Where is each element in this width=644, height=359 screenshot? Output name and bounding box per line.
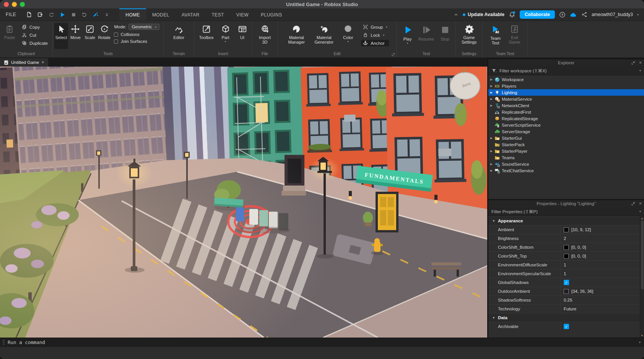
property-value[interactable]: 1 xyxy=(561,261,640,269)
properties-scrollbar[interactable]: ▲ ▼ xyxy=(640,216,644,338)
scroll-up-icon[interactable]: ▲ xyxy=(641,217,644,220)
chevron-down-icon[interactable]: ▾ xyxy=(639,69,641,72)
expand-arrow-icon[interactable]: ▶ xyxy=(488,163,494,166)
expand-arrow-icon[interactable]: ▶ xyxy=(488,85,494,88)
username[interactable]: ameowth07_buddy3 xyxy=(592,12,633,17)
color-swatch[interactable] xyxy=(564,289,569,294)
select-tool-button[interactable]: Select xyxy=(54,23,68,49)
command-bar-input[interactable]: Run a command xyxy=(8,339,45,345)
notifications-bell-icon[interactable] xyxy=(509,11,516,18)
open-icon[interactable] xyxy=(36,10,44,19)
explorer-tree-item[interactable]: ▶ ServerStorage xyxy=(488,128,644,135)
redo-icon[interactable] xyxy=(47,10,55,19)
plugin-icon[interactable] xyxy=(91,10,100,19)
explorer-tree-item[interactable]: ▶ TextChatService xyxy=(488,167,644,174)
scrollbar-thumb[interactable] xyxy=(641,220,644,289)
expand-arrow-icon[interactable]: ▶ xyxy=(488,137,494,140)
collaborate-button[interactable]: Collaborate xyxy=(520,10,555,19)
undo-icon[interactable] xyxy=(80,10,89,19)
explorer-tree-item[interactable]: ▶ Players xyxy=(488,83,644,89)
exit-game-button[interactable]: Exit Game xyxy=(506,23,524,44)
viewport-3d[interactable]: Bank Y Z xyxy=(0,67,487,338)
color-button[interactable]: Color▾ xyxy=(339,23,357,43)
help-icon[interactable] xyxy=(559,11,566,18)
paste-button[interactable]: Paste xyxy=(2,23,18,40)
close-window-button[interactable] xyxy=(4,2,9,7)
property-section-header[interactable]: ▼ Appearance xyxy=(488,216,640,225)
color-swatch[interactable] xyxy=(564,227,569,232)
property-value[interactable]: 0.25 xyxy=(561,296,640,304)
properties-filter-input[interactable]: Filter Properties (⇧⌘P) ▾ xyxy=(488,207,644,216)
tab-plugins[interactable]: PLUGINS xyxy=(255,8,288,21)
tab-avatar[interactable]: AVATAR xyxy=(176,8,206,21)
explorer-tree-item[interactable]: ▶ SoundService xyxy=(488,161,644,167)
update-available-badge[interactable]: Update Available xyxy=(463,12,504,17)
chevron-down-icon[interactable]: ▾ xyxy=(639,341,644,344)
material-generator-button[interactable]: Material Generator xyxy=(311,23,337,44)
expand-arrow-icon[interactable]: ▶ xyxy=(488,169,494,172)
property-value[interactable]: [34, 26, 36] xyxy=(561,287,640,295)
anchor-button[interactable]: Anchor xyxy=(361,40,389,46)
explorer-tree-item[interactable]: ▶ StarterPlayer xyxy=(488,148,644,154)
explorer-tree-item[interactable]: ▶ Workspace xyxy=(488,76,644,83)
stop-button[interactable]: Stop xyxy=(436,23,454,41)
account-dropdown-icon[interactable]: ▾ xyxy=(637,13,639,16)
checkbox[interactable]: ✓ xyxy=(564,280,569,285)
import-3d-button[interactable]: Import 3D xyxy=(256,23,274,44)
lock-button[interactable]: Lock▾ xyxy=(361,32,389,38)
property-section-header[interactable]: ▼ Data xyxy=(488,313,640,322)
property-value[interactable]: [10, 9, 12] xyxy=(561,225,640,234)
collisions-checkbox[interactable]: Collisions xyxy=(114,32,159,37)
scale-tool-button[interactable]: Scale xyxy=(83,23,97,40)
close-tab-icon[interactable]: × xyxy=(42,60,44,65)
play-icon[interactable] xyxy=(58,10,67,19)
property-value[interactable]: ✓ xyxy=(561,278,640,287)
dialog-launcher-icon[interactable] xyxy=(392,53,395,56)
join-surfaces-checkbox[interactable]: Join Surfaces xyxy=(114,39,159,44)
property-value[interactable]: 1 xyxy=(561,269,640,278)
ui-button[interactable]: UI xyxy=(236,23,249,40)
stop-icon[interactable] xyxy=(69,10,78,19)
explorer-tree-item[interactable]: ▶ NetworkClient xyxy=(488,102,644,109)
share-icon[interactable] xyxy=(581,11,587,18)
terrain-editor-button[interactable]: Editor xyxy=(170,23,188,40)
play-button[interactable]: Play▾ xyxy=(398,23,416,45)
scroll-down-icon[interactable]: ▼ xyxy=(641,334,644,337)
copy-button[interactable]: Copy xyxy=(20,24,49,30)
explorer-tree-item[interactable]: ▶ ReplicatedStorage xyxy=(488,115,644,122)
game-settings-button[interactable]: Game Settings xyxy=(460,23,478,44)
property-value[interactable]: [0, 0, 0] xyxy=(561,252,640,260)
material-manager-button[interactable]: Material Manager xyxy=(284,23,309,44)
tab-test[interactable]: TEST xyxy=(206,8,230,21)
drag-handle-icon[interactable] xyxy=(3,340,4,345)
mode-dropdown[interactable]: Geometric▾ xyxy=(128,24,159,30)
expand-arrow-icon[interactable]: ▶ xyxy=(488,98,494,101)
toolbar-options-icon[interactable] xyxy=(102,10,111,19)
color-swatch[interactable] xyxy=(564,245,569,250)
cloud-sync-icon[interactable] xyxy=(570,12,577,18)
close-panel-icon[interactable]: × xyxy=(639,60,642,65)
chevron-down-icon[interactable]: ▾ xyxy=(639,210,641,213)
explorer-tree-item[interactable]: ▶ ReplicatedFirst xyxy=(488,109,644,115)
zoom-window-button[interactable] xyxy=(20,2,25,7)
resume-button[interactable]: Resume xyxy=(417,23,435,41)
duplicate-button[interactable]: Duplicate xyxy=(20,40,49,46)
checkbox[interactable]: ✓ xyxy=(564,324,569,329)
explorer-tree-item[interactable]: ▶ ServerScriptService xyxy=(488,122,644,128)
explorer-filter-input[interactable]: Filter workspace (⇧⌘X) ▾ xyxy=(488,66,644,75)
expand-arrow-icon[interactable]: ▶ xyxy=(488,91,494,94)
dock-panel-icon[interactable] xyxy=(631,60,636,65)
property-value[interactable]: Future xyxy=(561,305,640,313)
file-menu[interactable]: FILE xyxy=(0,8,22,21)
dock-panel-icon[interactable] xyxy=(631,201,636,206)
property-value[interactable]: ✓ xyxy=(561,322,640,331)
move-tool-button[interactable]: Move xyxy=(69,23,83,40)
expand-arrow-icon[interactable]: ▶ xyxy=(488,104,494,107)
explorer-tree-item[interactable]: ▶ Lighting xyxy=(488,89,644,96)
expand-arrow-icon[interactable]: ▶ xyxy=(488,78,494,81)
explorer-tree-item[interactable]: ▶ MaterialService xyxy=(488,96,644,102)
part-button[interactable]: Part▾ xyxy=(216,23,235,43)
tab-model[interactable]: MODEL xyxy=(146,8,176,21)
property-value[interactable]: 2 xyxy=(561,234,640,243)
collapse-ribbon-icon[interactable] xyxy=(454,12,459,17)
